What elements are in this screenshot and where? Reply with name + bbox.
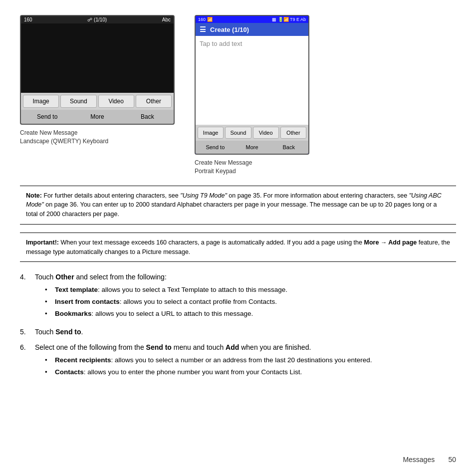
step-6: 6. Select one of the following from the … [20,342,456,380]
landscape-status-right: Abc [162,17,171,22]
bullet-contacts: Contacts: allows you to enter the phone … [45,368,456,377]
important-text: When your text message exceeds 160 chara… [26,239,450,255]
portrait-nav-sendto[interactable]: Send to [198,142,233,152]
portrait-nav-more[interactable]: More [235,142,270,152]
landscape-nav-sendto[interactable]: Send to [23,111,71,122]
footer-page-number: 50 [448,456,456,464]
portrait-screen-content: Tap to add text [196,36,308,125]
step-4-num: 4. [20,272,35,322]
landscape-nav-row: Send to More Back [21,110,174,124]
landscape-status-bar: 160 ☍ (1/10) Abc [21,16,174,23]
screenshots-section: 160 ☍ (1/10) Abc Image Sound Video Other… [20,15,456,176]
note-box: Note: For further details about entering… [20,186,456,225]
important-label: Important!: [26,239,59,246]
bullet-recent-recipients: Recent recipients: allows you to select … [45,356,456,365]
step-5-content: Touch Send to. [35,327,456,337]
portrait-btn-sound[interactable]: Sound [225,127,251,139]
portrait-status-icons: ▩ 🔋📶 T9 E Ab [272,17,306,22]
portrait-btn-image[interactable]: Image [198,127,224,139]
step-6-content: Select one of the following from the Sen… [35,342,456,380]
step-4-content: Touch Other and select from the followin… [35,272,456,322]
landscape-screenshot-container: 160 ☍ (1/10) Abc Image Sound Video Other… [20,15,175,176]
landscape-phone: 160 ☍ (1/10) Abc Image Sound Video Other… [20,15,175,125]
portrait-button-row: Image Sound Video Other [196,125,308,141]
step-6-num: 6. [20,342,35,380]
portrait-nav-back[interactable]: Back [271,142,306,152]
landscape-button-row: Image Sound Video Other [21,93,174,110]
important-box: Important!: When your text message excee… [20,233,456,262]
portrait-caption: Create New Message Portrait Keypad [195,159,309,176]
landscape-btn-image[interactable]: Image [23,95,59,108]
landscape-btn-video[interactable]: Video [98,95,134,108]
bullet-insert-contacts: Insert from contacts: allows you to sele… [45,297,456,307]
page: 160 ☍ (1/10) Abc Image Sound Video Other… [0,0,476,476]
step-6-bullets: Recent recipients: allows you to select … [45,356,456,377]
portrait-placeholder: Tap to add text [200,40,242,47]
portrait-title: Create (1/10) [210,26,249,33]
step-4: 4. Touch Other and select from the follo… [20,272,456,322]
steps-list: 4. Touch Other and select from the follo… [20,272,456,380]
portrait-nav-row: Send to More Back [196,141,308,154]
portrait-btn-video[interactable]: Video [253,127,279,139]
footer-label: Messages [403,456,435,464]
portrait-status-bar: 160 📶 ▩ 🔋📶 T9 E Ab [196,16,308,23]
menu-icon: ☰ [200,25,206,33]
landscape-btn-other[interactable]: Other [136,95,172,108]
portrait-status-left: 160 📶 [198,17,213,22]
landscape-caption: Create New Message Landscape (QWERTY) Ke… [20,129,175,146]
page-footer: Messages 50 [403,456,456,464]
landscape-screen-content [21,23,174,93]
bullet-text-template: Text template: allows you to select a Te… [45,285,456,295]
note-label: Note: [26,192,42,199]
portrait-phone: 160 📶 ▩ 🔋📶 T9 E Ab ☰ Create (1/10) Tap t… [195,15,309,155]
portrait-title-bar: ☰ Create (1/10) [196,23,308,36]
step-5-num: 5. [20,327,35,337]
note-text: For further details about entering chara… [26,192,442,218]
landscape-status-left: 160 [24,17,32,22]
landscape-status-center: ☍ (1/10) [87,17,107,22]
landscape-nav-more[interactable]: More [73,111,121,122]
step-4-bullets: Text template: allows you to select a Te… [45,285,456,319]
landscape-nav-back[interactable]: Back [123,111,172,122]
bullet-bookmarks: Bookmarks: allows you to select a URL to… [45,309,456,319]
portrait-screenshot-container: 160 📶 ▩ 🔋📶 T9 E Ab ☰ Create (1/10) Tap t… [195,15,309,176]
portrait-btn-other[interactable]: Other [280,127,306,139]
landscape-btn-sound[interactable]: Sound [60,95,96,108]
step-5: 5. Touch Send to. [20,327,456,337]
